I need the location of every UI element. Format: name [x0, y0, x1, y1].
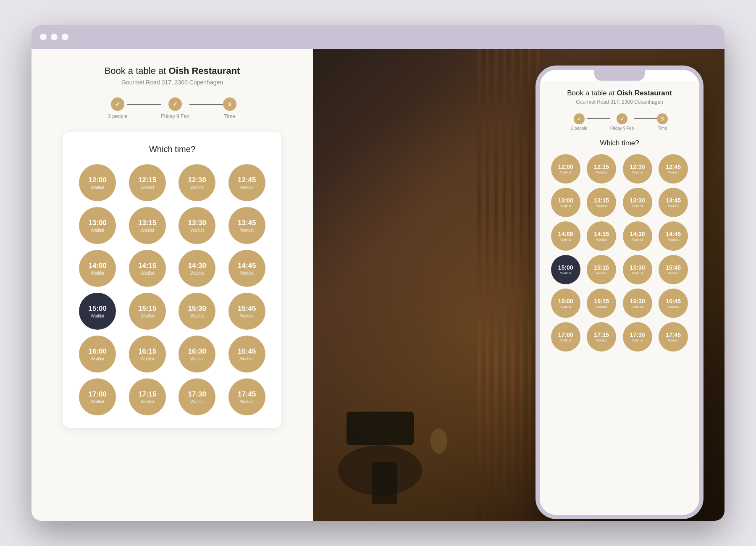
desktop-time-slot-1300[interactable]: 13:00 Waitlist	[79, 207, 116, 244]
phone-time-slot-1400[interactable]: 14:00 Waitlist	[551, 221, 580, 251]
phone-step-1-check	[577, 116, 581, 122]
waitlist-label: Waitlist	[141, 228, 154, 233]
phone-time-text: 16:15	[594, 298, 609, 304]
waitlist-label: Waitlist	[190, 399, 204, 404]
phone-time-text: 15:30	[630, 264, 645, 271]
phone-time-text: 14:15	[594, 231, 609, 237]
desktop-time-slot-1530[interactable]: 15:30 Waitlist	[178, 293, 215, 330]
phone-time-slot-1615[interactable]: 16:15 Waitlist	[587, 289, 616, 318]
desktop-time-slot-1600[interactable]: 16:00 Waitlist	[79, 336, 116, 373]
waitlist-label: Waitlist	[240, 357, 254, 361]
traffic-light-maximize[interactable]	[62, 34, 68, 40]
phone-time-slot-1645[interactable]: 16:45 Waitlist	[659, 289, 688, 318]
browser-content: Book a table at Oish Restaurant Gourmet …	[32, 49, 724, 521]
browser-titlebar	[32, 25, 724, 49]
desktop-time-slot-1700[interactable]: 17:00 Waitlist	[79, 378, 116, 415]
desktop-time-slot-1730[interactable]: 17:30 Waitlist	[178, 378, 215, 415]
phone-time-slot-1700[interactable]: 17:00 Waitlist	[551, 322, 580, 352]
phone-waitlist-label: Waitlist	[632, 171, 643, 174]
desktop-time-slot-1445[interactable]: 14:45 Waitlist	[228, 250, 265, 287]
waitlist-label: Waitlist	[141, 185, 154, 190]
desktop-time-slot-1615[interactable]: 16:15 Waitlist	[129, 336, 166, 373]
mobile-phone-mockup: Book a table at Oish Restaurant Gourmet …	[536, 66, 704, 519]
phone-waitlist-label: Waitlist	[668, 238, 679, 242]
desktop-time-slot-1200[interactable]: 12:00 Waitlist	[79, 164, 116, 201]
phone-time-slot-1600[interactable]: 16:00 Waitlist	[551, 289, 580, 318]
phone-time-slot-1315[interactable]: 13:15 Waitlist	[587, 188, 616, 217]
step-2-circle-desktop	[168, 97, 182, 111]
desktop-time-slot-1500[interactable]: 15:00 Waitlist	[79, 293, 116, 330]
phone-step-line-2	[634, 118, 657, 119]
phone-waitlist-label: Waitlist	[668, 305, 679, 309]
phone-waitlist-label: Waitlist	[596, 238, 607, 242]
phone-waitlist-label: Waitlist	[632, 305, 643, 309]
desktop-time-slot-1315[interactable]: 13:15 Waitlist	[129, 207, 166, 244]
desktop-time-slot-1215[interactable]: 12:15 Waitlist	[129, 164, 166, 201]
phone-time-text: 16:30	[630, 298, 645, 304]
phone-time-slot-1445[interactable]: 14:45 Waitlist	[659, 221, 688, 251]
phone-time-slot-1545[interactable]: 15:45 Waitlist	[659, 255, 688, 284]
phone-time-slot-1215[interactable]: 12:15 Waitlist	[587, 154, 616, 184]
desktop-time-slot-1715[interactable]: 17:15 Waitlist	[129, 378, 166, 415]
phone-time-slot-1430[interactable]: 14:30 Waitlist	[623, 221, 652, 251]
phone-waitlist-label: Waitlist	[560, 204, 571, 208]
desktop-time-slot-1745[interactable]: 17:45 Waitlist	[228, 378, 265, 415]
desktop-time-slot-1345[interactable]: 13:45 Waitlist	[228, 207, 265, 244]
step-2-label-desktop: Friday 9 Feb	[161, 113, 189, 119]
desktop-time-slot-1400[interactable]: 14:00 Waitlist	[79, 250, 116, 287]
time-text: 15:15	[138, 304, 156, 313]
waitlist-label: Waitlist	[91, 185, 104, 190]
time-text: 14:00	[89, 262, 107, 270]
phone-waitlist-label: Waitlist	[668, 171, 679, 174]
desktop-time-slot-1545[interactable]: 15:45 Waitlist	[228, 293, 265, 330]
phone-time-text: 17:15	[594, 331, 609, 338]
phone-time-slot-1630[interactable]: 16:30 Waitlist	[623, 289, 652, 318]
phone-time-slot-1515[interactable]: 15:15 Waitlist	[587, 255, 616, 284]
phone-time-text: 14:00	[558, 231, 573, 237]
phone-time-slot-1345[interactable]: 13:45 Waitlist	[659, 188, 688, 217]
phone-time-text: 14:30	[630, 231, 645, 237]
desktop-time-slot-1630[interactable]: 16:30 Waitlist	[178, 336, 215, 373]
phone-time-slot-1245[interactable]: 12:45 Waitlist	[659, 154, 688, 184]
desktop-time-slot-1645[interactable]: 16:45 Waitlist	[228, 336, 265, 373]
phone-time-text: 16:45	[666, 298, 681, 304]
phone-step-3: 3 Time	[657, 113, 668, 131]
phone-waitlist-label: Waitlist	[560, 238, 571, 242]
phone-booking-title: Book a table at Oish Restaurant	[567, 89, 672, 97]
phone-time-slot-1715[interactable]: 17:15 Waitlist	[587, 322, 616, 352]
desktop-time-slot-1430[interactable]: 14:30 Waitlist	[178, 250, 215, 287]
phone-time-slot-1530[interactable]: 15:30 Waitlist	[623, 255, 652, 284]
step-3-desktop: 3 Time	[223, 97, 236, 119]
desktop-time-slot-1230[interactable]: 12:30 Waitlist	[178, 164, 215, 201]
traffic-light-close[interactable]	[40, 34, 47, 40]
restaurant-photo: Book a table at Oish Restaurant Gourmet …	[313, 49, 724, 521]
time-text: 14:30	[188, 262, 206, 270]
phone-time-slot-1415[interactable]: 14:15 Waitlist	[587, 221, 616, 251]
desktop-time-slot-1245[interactable]: 12:45 Waitlist	[228, 164, 265, 201]
phone-time-slot-1730[interactable]: 17:30 Waitlist	[623, 322, 652, 352]
phone-step-3-circle: 3	[657, 113, 668, 124]
desktop-time-slot-1330[interactable]: 13:30 Waitlist	[178, 207, 215, 244]
phone-time-slot-1745[interactable]: 17:45 Waitlist	[659, 322, 688, 352]
step-1-label-desktop: 2 people	[108, 113, 127, 119]
waitlist-label: Waitlist	[91, 271, 104, 276]
time-text: 13:45	[238, 219, 256, 227]
phone-time-text: 12:15	[594, 163, 609, 170]
desktop-time-slot-1415[interactable]: 14:15 Waitlist	[129, 250, 166, 287]
phone-time-slot-1200[interactable]: 12:00 Waitlist	[551, 154, 580, 184]
phone-time-grid: 12:00 Waitlist 12:15 Waitlist 12:30 Wait…	[550, 154, 689, 352]
waitlist-label: Waitlist	[240, 185, 254, 190]
phone-time-text: 15:45	[666, 264, 681, 271]
phone-time-slot-1330[interactable]: 13:30 Waitlist	[623, 188, 652, 217]
phone-time-text: 13:15	[594, 197, 609, 204]
booking-address-desktop: Gourmet Road 317, 2300 Copenhagen	[121, 79, 223, 86]
phone-waitlist-label: Waitlist	[596, 305, 607, 309]
phone-time-slot-1500[interactable]: 15:00 Waitlist	[551, 255, 580, 284]
desktop-time-slot-1515[interactable]: 15:15 Waitlist	[129, 293, 166, 330]
time-text: 17:30	[188, 390, 206, 399]
traffic-light-minimize[interactable]	[51, 34, 58, 40]
phone-time-slot-1230[interactable]: 12:30 Waitlist	[623, 154, 652, 184]
phone-time-slot-1300[interactable]: 13:00 Waitlist	[551, 188, 580, 217]
desktop-booking-panel: Book a table at Oish Restaurant Gourmet …	[32, 49, 313, 521]
time-text: 12:45	[238, 176, 256, 184]
